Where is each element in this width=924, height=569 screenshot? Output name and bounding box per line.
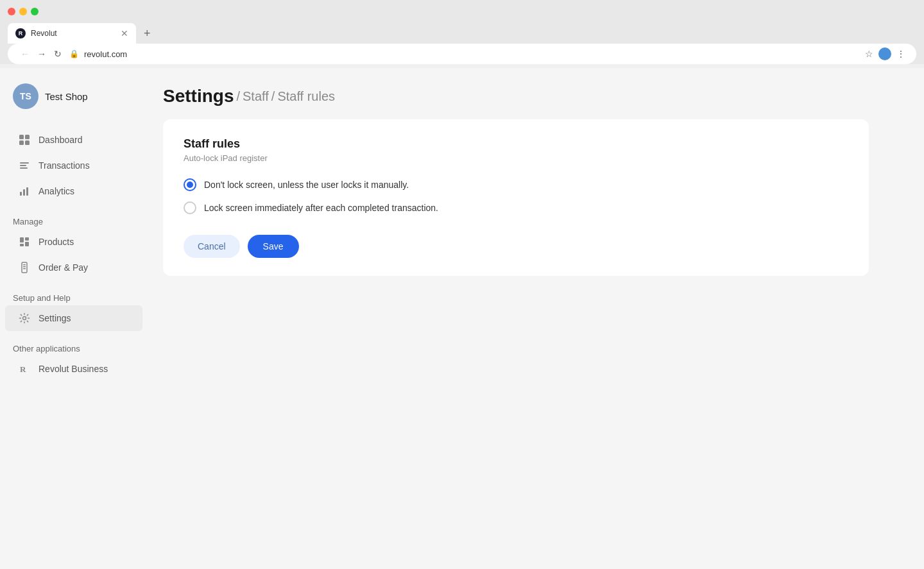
transactions-icon [18,159,31,172]
breadcrumb-staff-rules: Staff rules [277,89,335,104]
transactions-label: Transactions [38,160,90,171]
radio-label-1: Don't lock screen, unless the user locks… [204,180,409,190]
svg-rect-8 [23,189,25,196]
page-header: Settings / Staff / Staff rules [163,68,909,119]
svg-rect-10 [20,237,24,242]
breadcrumb-staff: Staff [243,89,269,104]
svg-rect-17 [23,268,26,269]
svg-rect-15 [23,264,26,266]
minimize-traffic-light[interactable] [19,8,27,15]
manage-title: Manage [0,209,148,229]
svg-rect-3 [25,140,30,145]
svg-rect-0 [19,135,24,139]
svg-rect-9 [26,187,28,196]
svg-rect-14 [22,262,27,273]
profile-avatar[interactable] [878,47,891,60]
close-traffic-light[interactable] [8,8,15,15]
bookmark-icon[interactable]: ☆ [865,49,873,59]
sidebar-item-analytics[interactable]: Analytics [5,178,142,204]
svg-rect-5 [20,165,26,166]
radio-option-2[interactable]: Lock screen immediately after each compl… [184,201,848,214]
order-icon [18,261,31,274]
svg-rect-2 [19,140,24,145]
radio-input-1[interactable] [184,178,196,191]
active-tab[interactable]: R Revolut ✕ [8,23,136,44]
url-text[interactable]: revolut.com [84,49,860,59]
reload-button[interactable]: ↻ [51,47,64,60]
app-container: TS Test Shop Dashboard [0,68,924,569]
other-title: Other applications [0,336,148,356]
analytics-icon [18,185,31,198]
svg-rect-1 [25,135,30,139]
settings-label: Settings [38,313,71,323]
page-title: Settings / Staff / Staff rules [163,86,909,106]
staff-rules-card: Staff rules Auto-lock iPad register Don'… [163,119,869,276]
revolut-icon: R [18,362,31,375]
svg-rect-11 [25,237,29,241]
setup-section: Setup and Help Settings [0,285,148,331]
breadcrumb-sep-2: / [271,89,275,104]
radio-group: Don't lock screen, unless the user locks… [184,178,848,214]
svg-rect-12 [20,244,24,246]
store-name: Test Shop [45,91,88,102]
store-avatar: TS [13,83,38,109]
main-content: Settings / Staff / Staff rules Staff rul… [148,68,924,569]
sidebar-item-settings[interactable]: Settings [5,305,142,331]
revolut-business-label: Revolut Business [38,364,108,374]
save-button[interactable]: Save [248,235,299,258]
main-nav: Dashboard Transactions [0,127,148,204]
radio-input-2[interactable] [184,201,196,214]
radio-label-2: Lock screen immediately after each compl… [204,203,438,213]
svg-rect-16 [23,266,26,268]
svg-rect-7 [20,192,22,196]
button-row: Cancel Save [184,235,848,258]
cancel-button[interactable]: Cancel [184,235,240,258]
svg-rect-13 [25,242,29,246]
forward-button[interactable]: → [35,47,49,60]
browser-menu-icon[interactable]: ⋮ [896,49,906,59]
sidebar-item-products[interactable]: Products [5,229,142,255]
store-header: TS Test Shop [0,68,148,122]
tab-title: Revolut [31,29,57,38]
other-section: Other applications R Revolut Business [0,336,148,382]
sidebar-item-transactions[interactable]: Transactions [5,153,142,178]
sidebar-item-revolut-business[interactable]: R Revolut Business [5,356,142,382]
products-label: Products [38,237,74,247]
tab-close-button[interactable]: ✕ [121,28,128,38]
radio-option-1[interactable]: Don't lock screen, unless the user locks… [184,178,848,191]
analytics-label: Analytics [38,186,74,196]
sidebar: TS Test Shop Dashboard [0,68,148,569]
tab-favicon: R [15,28,26,38]
traffic-lights [8,8,38,15]
order-pay-label: Order & Pay [38,262,88,273]
address-bar: ← → ↻ 🔒 revolut.com ☆ ⋮ [8,44,916,64]
svg-point-18 [23,317,26,320]
settings-icon [18,312,31,325]
manage-section: Manage Products [0,209,148,280]
new-tab-button[interactable]: + [139,24,156,43]
page-title-text: Settings [163,86,234,106]
breadcrumb-sep-1: / [236,89,240,104]
card-subtitle: Auto-lock iPad register [184,153,848,163]
browser-chrome: R Revolut ✕ + ← → ↻ 🔒 revolut.com ☆ ⋮ [0,0,924,64]
setup-title: Setup and Help [0,285,148,305]
products-icon [18,235,31,248]
svg-rect-6 [20,167,28,169]
tab-bar: R Revolut ✕ + [0,23,924,44]
dashboard-label: Dashboard [38,135,83,145]
maximize-traffic-light[interactable] [31,8,38,15]
lock-icon: 🔒 [69,49,79,58]
sidebar-item-order-pay[interactable]: Order & Pay [5,255,142,280]
svg-text:R: R [20,364,26,374]
sidebar-item-dashboard[interactable]: Dashboard [5,127,142,153]
dashboard-icon [18,133,31,146]
card-title: Staff rules [184,137,848,151]
svg-rect-4 [20,162,29,164]
back-button[interactable]: ← [18,47,32,60]
